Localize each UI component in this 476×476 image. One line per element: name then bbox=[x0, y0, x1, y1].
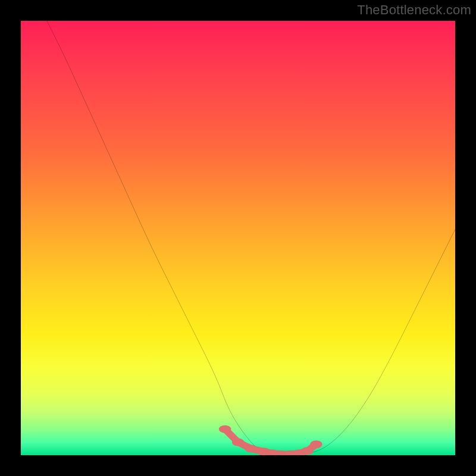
curve-marker bbox=[310, 440, 322, 448]
chart-frame: TheBottleneck.com bbox=[0, 0, 476, 476]
curve-marker bbox=[232, 439, 244, 446]
curve-marker bbox=[245, 444, 257, 452]
bottleneck-curve-svg bbox=[21, 21, 455, 455]
curve-marker bbox=[219, 425, 231, 433]
marker-group bbox=[219, 425, 322, 455]
curve-marker bbox=[302, 447, 314, 455]
watermark-text: TheBottleneck.com bbox=[357, 2, 471, 18]
bottleneck-curve-path bbox=[47, 21, 455, 455]
